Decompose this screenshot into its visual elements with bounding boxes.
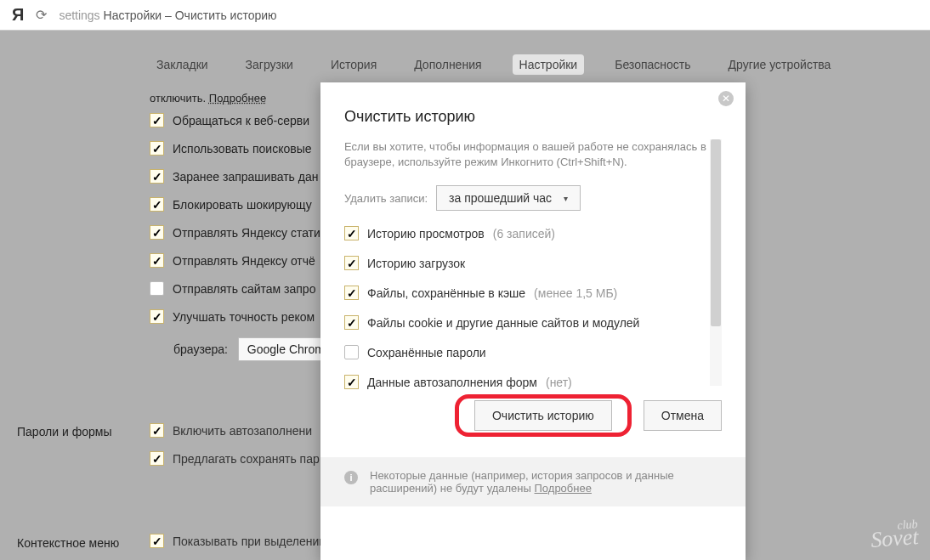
checkbox-icon[interactable] xyxy=(344,286,359,300)
checkbox-icon[interactable] xyxy=(344,375,359,389)
dialog-title: Очистить историю xyxy=(320,82,746,139)
checkbox-icon[interactable] xyxy=(150,197,164,212)
clear-option[interactable]: Историю просмотров (6 записей) xyxy=(344,226,722,240)
clear-option-note: (нет) xyxy=(546,376,572,389)
close-icon[interactable]: ✕ xyxy=(718,91,734,106)
tab-безопасность[interactable]: Безопасность xyxy=(608,54,697,75)
delete-period-select[interactable]: за прошедший час ▾ xyxy=(436,185,581,211)
info-icon: i xyxy=(344,471,358,484)
checkbox-icon[interactable] xyxy=(150,141,164,156)
setting-item-label: Обращаться к веб-серви xyxy=(173,114,309,127)
clear-option-note: (6 записей) xyxy=(493,227,555,240)
yandex-logo: Я xyxy=(12,5,24,25)
dialog-footer: i Некоторые данные (например, история за… xyxy=(320,457,746,506)
setting-item-label: Блокировать шокирующу xyxy=(173,198,312,212)
clear-option-note: (менее 1,5 МБ) xyxy=(534,286,617,300)
clear-option[interactable]: Данные автозаполнения форм (нет) xyxy=(344,375,722,389)
scrollbar-thumb[interactable] xyxy=(711,139,721,326)
hint-prefix: отключить. xyxy=(150,92,206,105)
setting-item-label: Использовать поисковые xyxy=(173,142,312,156)
delete-period-value: за прошедший час xyxy=(449,191,552,205)
tab-закладки[interactable]: Закладки xyxy=(150,54,215,75)
import-from-label: браузера: xyxy=(173,342,228,356)
learn-more-link[interactable]: Подробнее xyxy=(209,92,266,105)
tab-другие устройства[interactable]: Другие устройства xyxy=(722,54,838,75)
setting-item[interactable]: Включить автозаполнени xyxy=(150,423,320,438)
clear-history-button[interactable]: Очистить историю xyxy=(474,400,612,431)
clear-option-label: Данные автозаполнения форм xyxy=(367,376,537,389)
address-bar: Я ⟳ settings Настройки – Очистить истори… xyxy=(0,0,930,31)
clear-option-label: Сохранённые пароли xyxy=(367,346,486,359)
clear-option[interactable]: Историю загрузок xyxy=(344,256,722,270)
checkbox-icon[interactable] xyxy=(150,534,164,548)
checkbox-icon[interactable] xyxy=(344,345,359,359)
section-passwords: Пароли и формы xyxy=(17,425,111,438)
checkbox-icon[interactable] xyxy=(150,309,164,324)
setting-item-label: Заранее запрашивать дан xyxy=(173,170,318,184)
tab-дополнения[interactable]: Дополнения xyxy=(407,54,488,75)
clear-option-label: Историю просмотров xyxy=(367,227,485,240)
checkbox-icon[interactable] xyxy=(344,315,359,330)
clear-option-label: Файлы, сохранённые в кэше xyxy=(367,286,525,300)
chevron-down-icon: ▾ xyxy=(564,194,568,203)
checkbox-icon[interactable] xyxy=(150,253,164,268)
tab-история[interactable]: История xyxy=(324,54,383,75)
address-text[interactable]: settings Настройки – Очистить историю xyxy=(59,8,276,22)
settings-tabs: ЗакладкиЗагрузкиИсторияДополненияНастрой… xyxy=(150,54,837,75)
clear-option-label: Файлы cookie и другие данные сайтов и мо… xyxy=(367,316,639,330)
checkbox-icon[interactable] xyxy=(150,451,164,466)
highlight-annotation: Очистить историю xyxy=(455,394,632,437)
clear-history-dialog: ✕ Очистить историю Если вы хотите, чтобы… xyxy=(320,82,746,560)
setting-item-label: Отправлять сайтам запро xyxy=(173,282,315,296)
setting-item-label: Предлагать сохранять пар xyxy=(173,452,320,466)
clear-option[interactable]: Файлы cookie и другие данные сайтов и мо… xyxy=(344,315,722,330)
checkbox-icon[interactable] xyxy=(150,169,164,184)
setting-item-label: Улучшать точность реком xyxy=(173,310,315,324)
footer-more-link[interactable]: Подробнее xyxy=(535,482,592,495)
setting-item-label: Отправлять Яндексу отчё xyxy=(173,254,315,268)
checkbox-icon[interactable] xyxy=(150,281,164,296)
watermark: club Sovet xyxy=(869,518,919,553)
reload-icon[interactable]: ⟳ xyxy=(36,7,47,23)
checkbox-icon[interactable] xyxy=(344,226,359,240)
tab-загрузки[interactable]: Загрузки xyxy=(239,54,300,75)
section-context: Контекстное меню xyxy=(17,536,119,550)
checkbox-icon[interactable] xyxy=(150,423,164,438)
clear-option[interactable]: Файлы, сохранённые в кэше (менее 1,5 МБ) xyxy=(344,286,722,300)
tab-настройки[interactable]: Настройки xyxy=(513,54,585,75)
checkbox-icon[interactable] xyxy=(150,225,164,240)
checkbox-icon[interactable] xyxy=(344,256,359,270)
footer-text: Некоторые данные (например, история запр… xyxy=(370,469,674,495)
clear-option[interactable]: Сохранённые пароли xyxy=(344,345,722,359)
checkbox-icon[interactable] xyxy=(150,113,164,127)
setting-item-label: Отправлять Яндексу стати xyxy=(173,226,320,240)
incognito-hint: Если вы хотите, чтобы информация о вашей… xyxy=(344,139,722,170)
scrollbar-track[interactable] xyxy=(710,139,722,386)
cancel-button[interactable]: Отмена xyxy=(644,400,722,431)
delete-period-label: Удалить записи: xyxy=(344,192,428,205)
clear-option-label: Историю загрузок xyxy=(367,257,465,270)
setting-item-label: Включить автозаполнени xyxy=(173,424,312,438)
setting-item[interactable]: Предлагать сохранять пар xyxy=(150,451,320,466)
